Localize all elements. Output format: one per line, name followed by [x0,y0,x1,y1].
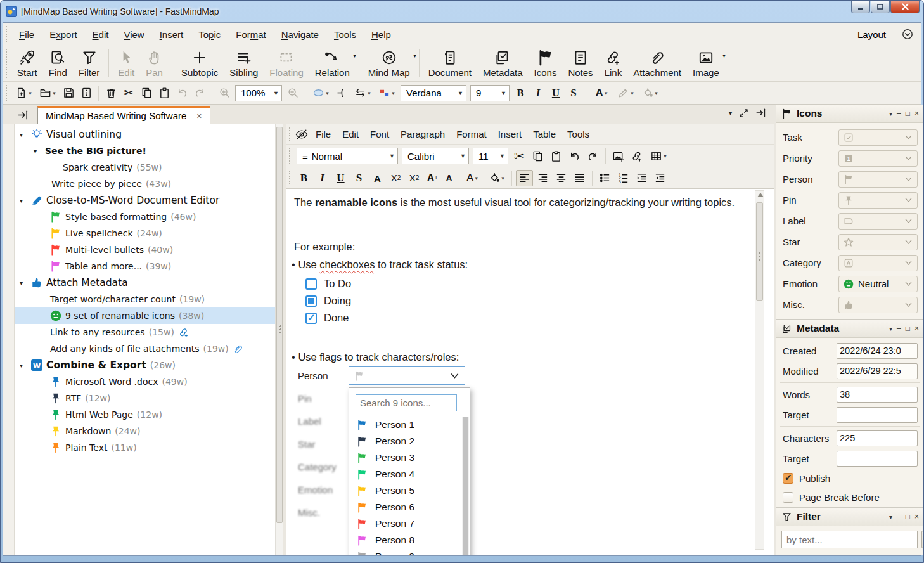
tree-item[interactable]: ▾See the BIG picture! [15,143,283,159]
panel-minimize-icon[interactable]: – [897,512,901,521]
editor-menu-file[interactable]: File [310,126,337,142]
panel-close-icon[interactable]: × [914,109,919,118]
paragraph-style-select[interactable]: ≡Normal▼ [297,148,398,164]
line-color-button[interactable]: ▾ [614,85,637,101]
outdent-button[interactable] [651,170,669,186]
clear-format-button[interactable]: A [369,170,386,186]
hide-editor-icon[interactable] [295,129,309,140]
checkbox-item[interactable]: Doing [305,295,351,307]
decrease-font-button[interactable]: A− [442,170,459,186]
dropdown-option[interactable]: Person 5 [349,482,470,499]
panel-menu-icon[interactable]: ▾ [889,325,892,332]
link-button[interactable]: Link [599,48,628,79]
words-field[interactable] [837,387,918,403]
editor-menu-font[interactable]: Font [364,126,395,142]
dropdown-option[interactable]: Person 6 [349,499,470,515]
icons-button[interactable]: Icons [529,48,563,79]
expander-icon[interactable]: ▾ [20,362,29,369]
clear-filter-button[interactable] [921,531,924,548]
fill-color-button[interactable]: ▾ [638,85,661,101]
misc-select[interactable] [838,297,918,313]
pin-select[interactable] [838,192,918,209]
topic-colors-button[interactable]: ▾ [375,85,398,101]
font-color-button[interactable]: A▾ [590,85,613,101]
menubar-gripper[interactable] [5,25,8,43]
insert-link-button[interactable] [628,148,645,164]
modified-field[interactable] [837,363,918,379]
open-file-button[interactable]: ▾ [36,85,59,101]
zoom-out-button[interactable] [285,85,301,101]
tree-item[interactable]: Target word/character count(19w) [15,291,283,307]
tree-item[interactable]: Live spellcheck(24w) [15,225,283,242]
zoom-in-button[interactable] [216,85,233,101]
editor-copy-button[interactable] [529,148,546,164]
underline-button[interactable]: U [548,85,564,101]
checkbox-checked-icon[interactable] [305,313,317,324]
delete-button[interactable] [103,85,119,101]
document-button[interactable]: Document [423,48,477,79]
checkbox-empty-icon[interactable] [305,278,317,290]
tree-item[interactable]: Write piece by piece(43w) [15,176,283,192]
checkbox-filled-icon[interactable] [305,295,317,307]
toolbar-gripper[interactable] [288,147,292,165]
expander-icon[interactable]: ▾ [20,197,29,204]
tree-item[interactable]: Link to any resources(15w) [15,324,283,340]
editor-undo-button[interactable] [566,148,583,164]
strikethrough-button[interactable]: S [565,85,582,101]
expander-icon[interactable]: ▾ [20,280,29,287]
tree-item[interactable]: Multi-level bullets(40w) [15,242,283,258]
words-target-field[interactable] [837,407,918,423]
numbered-list-button[interactable] [615,170,632,186]
dropdown-option[interactable]: Person 4 [349,466,470,482]
save-button[interactable] [60,85,77,101]
editor-font-size-select[interactable]: 11▼ [473,148,508,164]
tree-item[interactable]: ▾Close-to-MS-Word Document Editor [15,192,283,209]
insert-image-button[interactable] [610,148,627,164]
emotion-select[interactable]: Neutral [838,276,918,292]
tab-list-caret-icon[interactable]: ▾ [729,110,732,117]
tab-mindmap-based-writing-software[interactable]: MindMap Based Writing Software × [37,106,210,124]
tree-item[interactable]: Style based formatting(46w) [15,209,283,225]
document-scrollbar[interactable] [755,190,764,550]
dropdown-option[interactable]: Person 2 [349,433,470,450]
panel-close-icon[interactable]: × [914,324,919,333]
editor-menu-tools[interactable]: Tools [561,126,595,142]
new-file-button[interactable]: ▾ [12,85,35,101]
panel-menu-icon[interactable]: ▾ [889,514,892,521]
branch-style-button[interactable] [333,85,350,101]
redo-button[interactable] [191,85,208,101]
tree-editor-splitter[interactable] [283,124,286,555]
pan-button[interactable]: Pan [140,48,169,79]
dropdown-option[interactable]: Person 3 [349,450,470,466]
checkbox-item[interactable]: Done [305,312,349,324]
priority-select[interactable] [838,150,918,167]
person-flag-select[interactable] [349,366,465,385]
panel-minimize-icon[interactable]: – [897,324,901,333]
menu-help[interactable]: Help [364,25,399,44]
document-canvas[interactable]: The renamable icons is the most useful v… [286,189,774,555]
dropdown-option[interactable]: Person 1 [349,417,470,433]
image-button[interactable]: ▾Image [687,48,725,79]
sibling-button[interactable]: Sibling [224,48,264,79]
editor-highlight-button[interactable]: ▾ [485,170,508,186]
dropdown-option[interactable]: Person 9 [349,548,470,555]
tree-item[interactable]: ▾Combine & Export(26w) [15,357,283,373]
align-right-button[interactable] [534,170,551,186]
attachment-button[interactable]: Attachment [627,48,687,79]
editor-font-color-button[interactable]: A▾ [461,170,484,186]
menu-topic[interactable]: Topic [191,25,228,44]
menu-view[interactable]: View [116,25,151,44]
font-family-select[interactable]: Verdana▼ [401,85,466,101]
tree-item[interactable]: ▾Attach Metadata [15,275,283,291]
editor-menu-format[interactable]: Format [451,126,492,142]
tree-item[interactable]: Add any kinds of file attachments(19w) [15,340,283,357]
scrollbar-thumb[interactable] [276,127,283,523]
font-size-select[interactable]: 9▼ [470,85,510,101]
panel-minimize-icon[interactable]: – [897,109,901,118]
superscript-button[interactable]: X2 [406,170,423,186]
filter-button[interactable]: Filter [73,48,105,79]
collapse-sidebar-button[interactable] [15,108,31,122]
editor-menu-edit[interactable]: Edit [337,126,364,142]
tree-item[interactable]: Microsoft Word .docx(49w) [15,373,283,390]
topic-shape-button[interactable]: ▾ [309,85,332,101]
